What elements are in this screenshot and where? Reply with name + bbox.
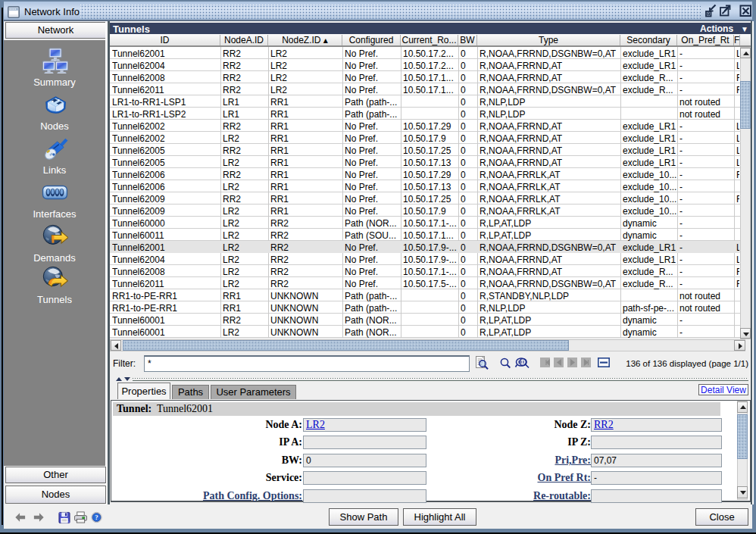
svg-text:?: ? [95, 514, 98, 521]
